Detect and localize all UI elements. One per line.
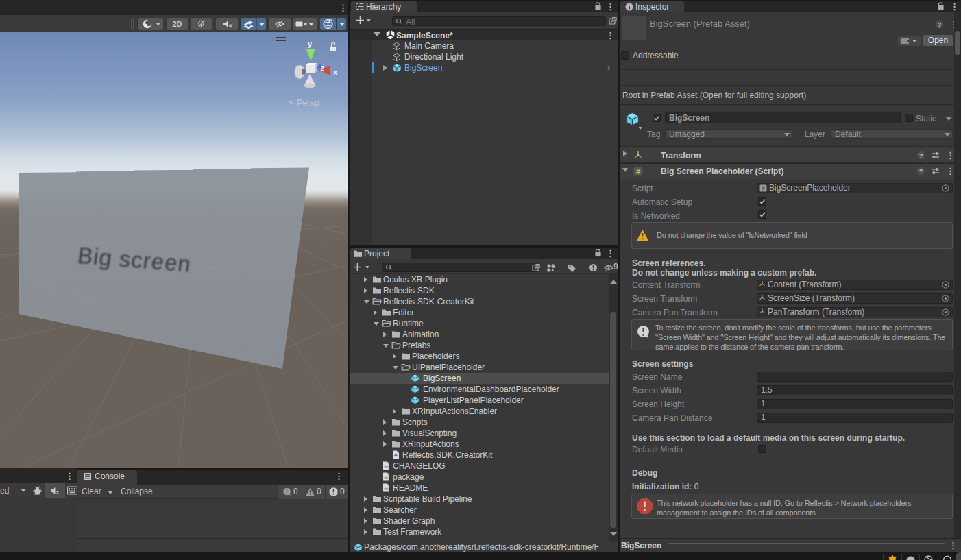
svg-text:#: # xyxy=(762,185,765,192)
svg-text:Persp: Persp xyxy=(297,98,319,108)
svg-text:y: y xyxy=(308,40,313,48)
svg-text:x: x xyxy=(333,68,338,76)
svg-text:?: ? xyxy=(919,152,923,159)
svg-text:z: z xyxy=(321,64,325,72)
svg-text:#: # xyxy=(636,167,640,175)
svg-text:?: ? xyxy=(919,168,923,175)
svg-text:?: ? xyxy=(938,21,942,28)
